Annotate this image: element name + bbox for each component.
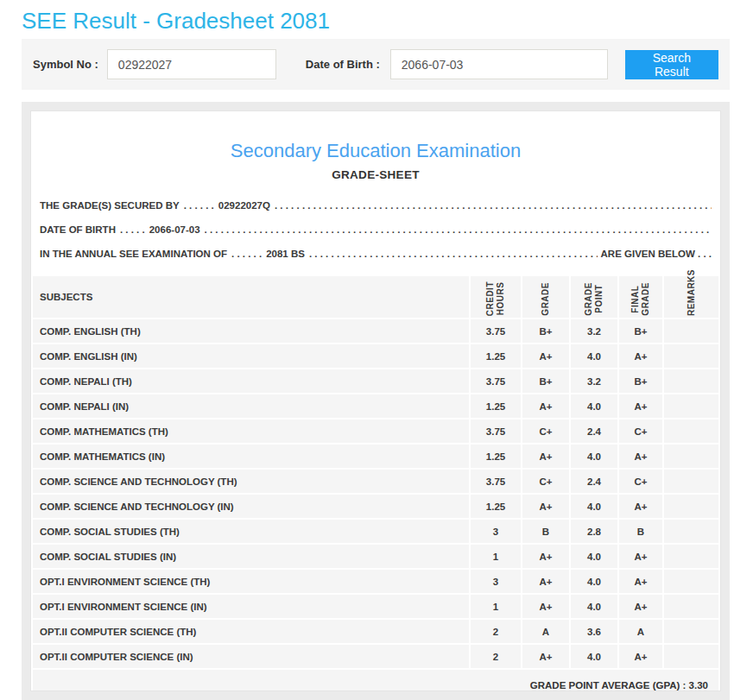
value-cell: 4.0: [571, 344, 617, 368]
value-cell: [664, 495, 718, 518]
subject-cell: COMP. MATHEMATICS (IN): [33, 445, 469, 468]
value-cell: 4.0: [571, 645, 617, 668]
table-row: COMP. SCIENCE AND TECHNOLOGY (TH)3.75C+2…: [33, 470, 718, 493]
date-of-birth-label: Date of Birth :: [306, 58, 380, 71]
value-cell: A+: [522, 645, 569, 668]
value-cell: 3: [471, 570, 521, 593]
value-cell: [664, 570, 718, 593]
header-grade-point-label: GRADE POINT: [584, 282, 604, 316]
table-row: COMP. SOCIAL STUDIES (TH)3B2.8B: [33, 520, 718, 543]
dots: . . . . . .: [184, 193, 214, 218]
result-panel: Secondary Education Examination GRADE-SH…: [22, 102, 730, 700]
value-cell: A+: [522, 495, 569, 518]
subject-cell: OPT.I ENVIRONMENT SCIENCE (TH): [33, 570, 469, 593]
info-label: IN THE ANNUAL SEE EXAMINATION OF: [40, 242, 227, 266]
value-cell: A+: [522, 570, 569, 593]
value-cell: B+: [522, 319, 569, 343]
value-cell: A+: [619, 394, 662, 418]
table-row: COMP. SCIENCE AND TECHNOLOGY (IN)1.25A+4…: [33, 495, 718, 518]
value-cell: 2.4: [571, 419, 617, 443]
subject-cell: OPT.I ENVIRONMENT SCIENCE (IN): [33, 595, 469, 618]
table-row: COMP. MATHEMATICS (TH)3.75C+2.4C+: [33, 419, 718, 443]
grade-table: SUBJECTS CREDIT HOURS GRADE GRADE POINT …: [31, 274, 720, 670]
value-cell: 4.0: [571, 545, 617, 568]
value-cell: 4.0: [571, 570, 617, 593]
header-remarks: REMARKS: [664, 276, 718, 318]
table-row: COMP. ENGLISH (TH)3.75B+3.2B+: [33, 319, 718, 343]
value-cell: A+: [619, 495, 662, 518]
value-cell: 4.0: [571, 595, 617, 618]
date-of-birth-input[interactable]: [390, 49, 608, 79]
are-given-below-text: ARE GIVEN BELOW . . .: [601, 242, 712, 266]
value-cell: [664, 319, 718, 343]
value-cell: 4.0: [571, 394, 617, 418]
header-final-grade: FINAL GRADE: [619, 276, 662, 318]
value-cell: 3.2: [571, 369, 617, 393]
value-cell: 4.0: [571, 495, 617, 518]
value-cell: 4.0: [571, 445, 617, 468]
subject-cell: COMP. SCIENCE AND TECHNOLOGY (TH): [33, 470, 469, 493]
header-credit-hours-label: CREDIT HOURS: [485, 281, 506, 316]
exam-year-value: 2081 BS: [266, 242, 305, 266]
subject-cell: COMP. SCIENCE AND TECHNOLOGY (IN): [33, 495, 469, 518]
value-cell: A+: [619, 595, 662, 618]
value-cell: [664, 645, 718, 668]
value-cell: [664, 445, 718, 468]
value-cell: A+: [619, 344, 662, 368]
value-cell: [664, 394, 718, 418]
info-block: THE GRADE(S) SECURED BY . . . . . . 0292…: [40, 193, 712, 266]
symbol-no-input[interactable]: [107, 49, 276, 79]
symbol-no-label: Symbol No :: [33, 58, 98, 71]
value-cell: C+: [522, 470, 569, 493]
table-row: OPT.II COMPUTER SCIENCE (TH)2A3.6A: [33, 620, 718, 643]
header-grade-label: GRADE: [541, 282, 551, 316]
subject-cell: OPT.II COMPUTER SCIENCE (IN): [33, 645, 469, 668]
value-cell: [664, 419, 718, 443]
value-cell: 3: [471, 520, 521, 543]
value-cell: A+: [522, 344, 569, 368]
search-bar: Symbol No : Date of Birth : Search Resul…: [22, 39, 730, 90]
value-cell: 3.75: [471, 419, 521, 443]
table-row: COMP. MATHEMATICS (IN)1.25A+4.0A+: [33, 445, 718, 468]
value-cell: 1.25: [471, 344, 521, 368]
subject-cell: COMP. SOCIAL STUDIES (TH): [33, 520, 469, 543]
value-cell: [664, 620, 718, 643]
page-title: SEE Result - Gradesheet 2081: [22, 8, 734, 34]
value-cell: 1: [471, 545, 521, 568]
header-credit-hours: CREDIT HOURS: [471, 276, 521, 318]
birth-date-value: 2066-07-03: [149, 218, 200, 242]
value-cell: [664, 545, 718, 568]
value-cell: A+: [619, 545, 662, 568]
value-cell: A+: [522, 545, 569, 568]
value-cell: [664, 470, 718, 493]
subject-cell: COMP. ENGLISH (TH): [33, 319, 469, 343]
table-row: COMP. NEPALI (TH)3.75B+3.2B+: [33, 369, 718, 393]
info-line-grades-secured-by: THE GRADE(S) SECURED BY . . . . . . 0292…: [40, 193, 712, 218]
value-cell: 3.6: [571, 620, 617, 643]
value-cell: B+: [619, 319, 662, 343]
gpa-label: GRADE POINT AVERAGE (GPA) : 3.30: [530, 680, 708, 691]
header-grade: GRADE: [522, 276, 569, 318]
exam-title: Secondary Education Examination: [31, 140, 720, 162]
value-cell: 1: [471, 595, 521, 618]
value-cell: A+: [619, 445, 662, 468]
dots: . . . . .: [120, 218, 145, 242]
value-cell: A: [522, 620, 569, 643]
gpa-bar: GRADE POINT AVERAGE (GPA) : 3.30: [33, 670, 718, 691]
search-result-button[interactable]: Search Result: [625, 50, 718, 79]
info-label: THE GRADE(S) SECURED BY: [40, 193, 180, 218]
value-cell: 3.2: [571, 319, 617, 343]
subjects-tbody: COMP. ENGLISH (TH)3.75B+3.2B+COMP. ENGLI…: [33, 319, 718, 668]
value-cell: A+: [619, 645, 662, 668]
value-cell: [664, 520, 718, 543]
dots-filler: . . . . . . . . . . . . . . . . . . . . …: [205, 218, 712, 242]
value-cell: [664, 595, 718, 618]
value-cell: 3.75: [471, 369, 521, 393]
value-cell: C+: [522, 419, 569, 443]
header-subjects: SUBJECTS: [33, 276, 469, 318]
subject-cell: COMP. MATHEMATICS (TH): [33, 419, 469, 443]
header-grade-point: GRADE POINT: [571, 276, 617, 318]
table-row: OPT.I ENVIRONMENT SCIENCE (IN)1A+4.0A+: [33, 595, 718, 618]
gradesheet-card: Secondary Education Examination GRADE-SH…: [30, 110, 721, 691]
table-row: OPT.II COMPUTER SCIENCE (IN)2A+4.0A+: [33, 645, 718, 668]
